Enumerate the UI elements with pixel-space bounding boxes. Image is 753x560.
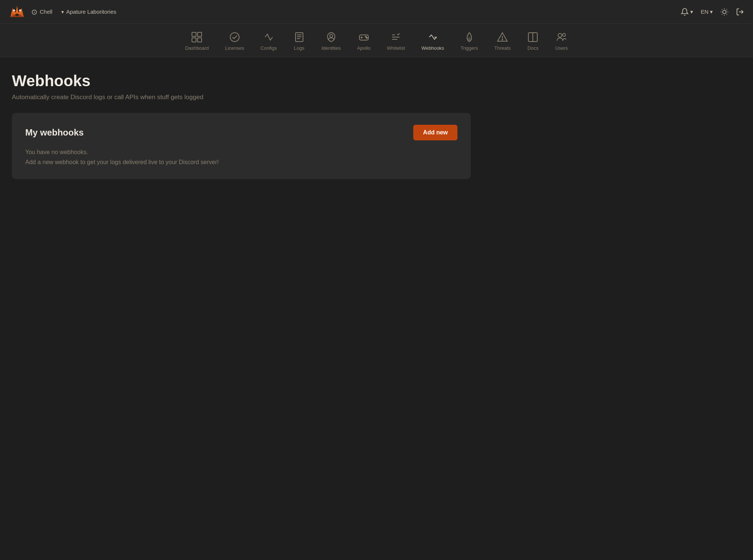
notifications-button[interactable]: ▾: [681, 8, 693, 16]
language-label: EN: [701, 9, 708, 15]
svg-point-3: [19, 9, 21, 11]
topbar-right: ▾ EN ▾: [681, 8, 744, 16]
logo[interactable]: [9, 3, 25, 21]
logout-button[interactable]: [736, 8, 744, 16]
language-selector[interactable]: EN ▾: [701, 9, 713, 15]
nav-item-docs[interactable]: Docs: [519, 28, 547, 54]
nav-item-webhooks[interactable]: Webhooks: [413, 28, 452, 54]
svg-line-11: [722, 14, 722, 14]
nav-label-threats: Threats: [494, 45, 511, 51]
nav-label-docs: Docs: [528, 45, 539, 51]
empty-text-line2: Add a new webhook to get your logs deliv…: [25, 157, 457, 167]
page-subtitle: Automatically create Discord logs or cal…: [12, 94, 471, 101]
main-content: Webhooks Automatically create Discord lo…: [0, 57, 483, 194]
page-title: Webhooks: [12, 72, 471, 90]
svg-point-18: [230, 33, 239, 42]
icon-nav: Dashboard Licenses Configs Logs Id: [0, 24, 753, 57]
svg-point-37: [563, 33, 565, 36]
empty-text-line1: You have no webhooks.: [25, 147, 457, 157]
webhooks-card: My webhooks Add new You have no webhooks…: [12, 113, 471, 179]
topbar: ⊙ Chell ▾ Apature Laboritories ▾ EN ▾: [0, 0, 753, 24]
nav-label-triggers: Triggers: [460, 45, 478, 51]
chevron-down-icon: ▾: [710, 9, 713, 15]
nav-item-users[interactable]: Users: [547, 28, 576, 54]
user-area[interactable]: ⊙ Chell: [31, 7, 52, 16]
nav-label-licenses: Licenses: [225, 45, 244, 51]
nav-item-apollo[interactable]: Apollo: [349, 28, 379, 54]
chevron-icon: ▾: [61, 9, 64, 15]
org-area[interactable]: ▾ Apature Laboritories: [61, 9, 116, 15]
nav-label-dashboard: Dashboard: [185, 45, 209, 51]
card-title: My webhooks: [25, 127, 84, 138]
nav-item-whitelist[interactable]: Whitelist: [379, 28, 413, 54]
nav-item-configs[interactable]: Configs: [252, 28, 285, 54]
svg-line-7: [722, 9, 722, 9]
nav-label-webhooks: Webhooks: [421, 45, 444, 51]
svg-point-23: [330, 35, 333, 38]
nav-item-threats[interactable]: Threats: [486, 28, 519, 54]
nav-label-logs: Logs: [294, 45, 304, 51]
org-name: Apature Laboritories: [66, 9, 116, 15]
nav-label-apollo: Apollo: [357, 45, 371, 51]
svg-line-12: [727, 9, 727, 9]
svg-point-28: [366, 38, 367, 39]
svg-rect-14: [192, 32, 196, 36]
username: Chell: [40, 9, 52, 15]
svg-rect-16: [192, 38, 196, 42]
svg-marker-1: [10, 13, 24, 17]
topbar-left: ⊙ Chell ▾ Apature Laboritories: [9, 3, 116, 21]
svg-line-8: [727, 14, 727, 14]
theme-toggle[interactable]: [720, 8, 728, 16]
nav-label-whitelist: Whitelist: [387, 45, 405, 51]
nav-item-logs[interactable]: Logs: [285, 28, 313, 54]
nav-item-triggers[interactable]: Triggers: [452, 28, 486, 54]
chevron-down-icon: ▾: [690, 9, 693, 15]
svg-point-36: [558, 33, 562, 37]
nav-item-dashboard[interactable]: Dashboard: [177, 28, 217, 54]
svg-point-4: [723, 10, 726, 13]
nav-label-users: Users: [555, 45, 568, 51]
nav-item-licenses[interactable]: Licenses: [217, 28, 252, 54]
svg-point-27: [365, 36, 366, 38]
add-new-button[interactable]: Add new: [413, 125, 457, 140]
user-icon: ⊙: [31, 7, 38, 16]
nav-item-identities[interactable]: Identities: [313, 28, 349, 54]
svg-rect-17: [198, 38, 202, 42]
svg-point-34: [502, 39, 503, 40]
card-header: My webhooks Add new: [25, 125, 457, 140]
nav-label-configs: Configs: [261, 45, 277, 51]
nav-label-identities: Identities: [322, 45, 341, 51]
svg-point-2: [13, 9, 15, 11]
svg-rect-15: [198, 32, 202, 36]
